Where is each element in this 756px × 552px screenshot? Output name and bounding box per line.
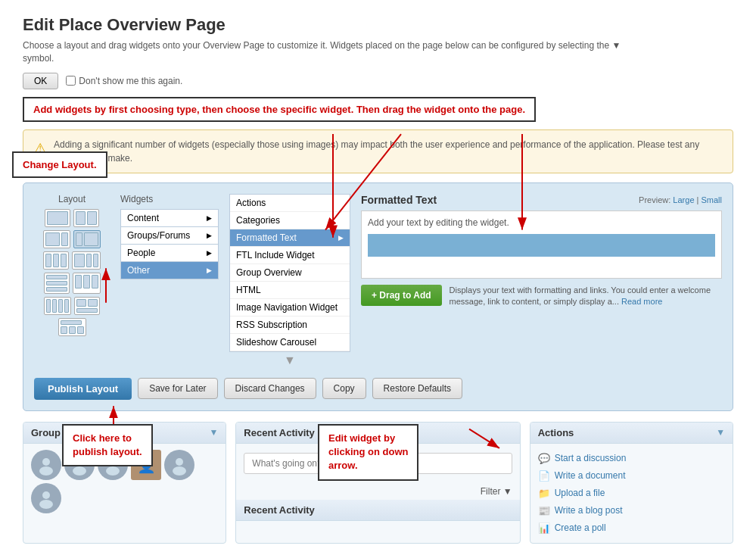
recent-activity-title: Recent Activity: [244, 427, 314, 438]
layout-btn-3row-stacked[interactable]: [44, 273, 70, 294]
widget-item-group-overview[interactable]: Group Overview: [230, 264, 350, 282]
widget-list-column: Actions Categories Formatted Text ▶ FTL …: [229, 194, 350, 369]
layout-column: Layout: [34, 194, 110, 369]
scroll-indicator: ▼: [229, 352, 350, 369]
svg-point-5: [106, 466, 120, 476]
actions-arrow[interactable]: ▼: [716, 427, 725, 438]
drag-row: + Drag to Add Displays your text with fo…: [361, 285, 722, 308]
svg-point-9: [39, 500, 53, 509]
editor-top: Layout: [34, 194, 722, 369]
preview-description: Add your text by editing the widget.: [368, 217, 509, 228]
hint-box: Add widgets by first choosing type, then…: [23, 97, 536, 122]
widget-item-ftl[interactable]: FTL Include Widget: [230, 247, 350, 264]
category-content[interactable]: Content ▶: [120, 209, 219, 227]
widget-item-image-nav[interactable]: Image Navigation Widget: [230, 299, 350, 317]
widget-list-scroll[interactable]: Actions Categories Formatted Text ▶ FTL …: [229, 194, 350, 352]
filter-label[interactable]: Filter ▼: [473, 483, 520, 500]
widget-item-categories[interactable]: Categories: [230, 212, 350, 229]
warning-box: ⚠ Adding a significant number of widgets…: [23, 129, 733, 173]
dont-show-label[interactable]: Don't show me this again.: [66, 76, 182, 86]
layout-btn-1col[interactable]: [45, 209, 70, 227]
preview-box: Add your text by editing the widget.: [361, 211, 722, 279]
avatar-5: [164, 450, 194, 480]
layout-btn-3col-bottom[interactable]: [74, 297, 100, 315]
layout-btn-2col-wide-left[interactable]: [43, 230, 70, 248]
widgets-label: Widgets: [120, 194, 219, 204]
restore-defaults-button[interactable]: Restore Defaults: [372, 378, 462, 399]
layout-btn-2col-wide-right[interactable]: [73, 230, 101, 248]
category-people[interactable]: People ▶: [120, 245, 219, 262]
document-icon: 📄: [538, 470, 550, 482]
widget-item-rss[interactable]: RSS Subscription: [230, 317, 350, 334]
preview-links: Preview: Large | Small: [639, 195, 722, 204]
layout-btn-3col-v2[interactable]: [72, 251, 101, 270]
upload-icon: 📁: [538, 488, 550, 499]
edit-widget-callout: Edit widget byclicking on downarrow.: [318, 424, 418, 481]
editor-panel: Layout: [23, 182, 733, 411]
poll-icon: 📊: [538, 522, 550, 534]
svg-point-8: [42, 491, 50, 499]
copy-button[interactable]: Copy: [322, 378, 366, 399]
save-for-later-button[interactable]: Save for Later: [138, 378, 217, 399]
avatar-6: [31, 483, 61, 513]
drag-description: Displays your text with formatting and l…: [450, 285, 722, 308]
svg-point-6: [176, 458, 183, 466]
layout-btn-3col[interactable]: [43, 251, 69, 270]
publish-layout-button[interactable]: Publish Layout: [34, 378, 132, 400]
preview-small-link[interactable]: Small: [701, 195, 722, 204]
category-other[interactable]: Other ▶: [120, 262, 219, 279]
widget-item-actions[interactable]: Actions: [230, 195, 350, 212]
layout-grid: [34, 209, 110, 336]
layout-btn-bottom-3col[interactable]: [58, 318, 86, 336]
widget-item-formatted-text[interactable]: Formatted Text ▶: [230, 229, 350, 247]
layout-btn-4col[interactable]: [44, 297, 71, 315]
actions-widget: Actions ▼ 💬 Start a discussion 📄 Write a…: [530, 422, 733, 544]
widget-preview-column: Formatted Text Preview: Large | Small Ad…: [361, 194, 722, 369]
preview-large-link[interactable]: Large: [673, 195, 694, 204]
category-list: Content ▶ Groups/Forums ▶ People ▶ Other…: [120, 209, 219, 279]
change-layout-callout: Change Layout.: [12, 151, 107, 178]
read-more-link[interactable]: Read more: [621, 297, 662, 306]
layout-btn-3col-equal[interactable]: [73, 273, 101, 294]
warning-text: Adding a significant number of widgets (…: [54, 138, 722, 165]
actions-header: Actions ▼: [530, 423, 733, 444]
page-title: Edit Place Overview Page: [23, 15, 733, 35]
dont-show-checkbox[interactable]: [66, 76, 76, 86]
widgets-column: Widgets Content ▶ Groups/Forums ▶ People…: [120, 194, 219, 369]
action-create-poll[interactable]: 📊 Create a poll: [538, 519, 725, 537]
actions-body: 💬 Start a discussion 📄 Write a document …: [530, 444, 733, 543]
blog-icon: 📰: [538, 505, 550, 516]
svg-point-0: [42, 458, 50, 466]
action-write-document[interactable]: 📄 Write a document: [538, 467, 725, 485]
preview-blue-bar: [368, 234, 715, 257]
action-write-blog[interactable]: 📰 Write a blog post: [538, 502, 725, 519]
widget-item-slideshow[interactable]: Slideshow Carousel: [230, 334, 350, 351]
widget-preview-header: Formatted Text Preview: Large | Small: [361, 194, 722, 206]
svg-point-7: [173, 466, 186, 476]
page-subtitle: Choose a layout and drag widgets onto yo…: [23, 39, 643, 65]
category-groups[interactable]: Groups/Forums ▶: [120, 227, 219, 245]
actions-title: Actions: [538, 427, 574, 438]
editor-buttons: Publish Layout Save for Later Discard Ch…: [34, 378, 722, 400]
avatar-1: [31, 450, 61, 480]
discussion-icon: 💬: [538, 453, 550, 464]
widget-item-html[interactable]: HTML: [230, 282, 350, 299]
action-start-discussion[interactable]: 💬 Start a discussion: [538, 450, 725, 467]
action-upload-file[interactable]: 📁 Upload a file: [538, 485, 725, 502]
discard-changes-button[interactable]: Discard Changes: [224, 378, 316, 399]
group-overview-arrow[interactable]: ▼: [209, 427, 218, 438]
ok-row: OK Don't show me this again.: [23, 73, 733, 89]
drag-add-button[interactable]: + Drag to Add: [361, 285, 442, 306]
layout-btn-2col-equal[interactable]: [73, 209, 99, 227]
recent-activity-second-title: Recent Activity: [236, 500, 519, 521]
svg-point-3: [73, 466, 86, 476]
layout-label: Layout: [34, 194, 110, 204]
filter-row: Filter ▼: [236, 483, 519, 500]
ok-button[interactable]: OK: [23, 73, 58, 89]
actions-list: 💬 Start a discussion 📄 Write a document …: [538, 450, 725, 537]
widget-preview-title: Formatted Text: [361, 194, 437, 206]
svg-point-1: [39, 466, 53, 476]
publish-callout: Click here topublish layout.: [62, 424, 153, 466]
